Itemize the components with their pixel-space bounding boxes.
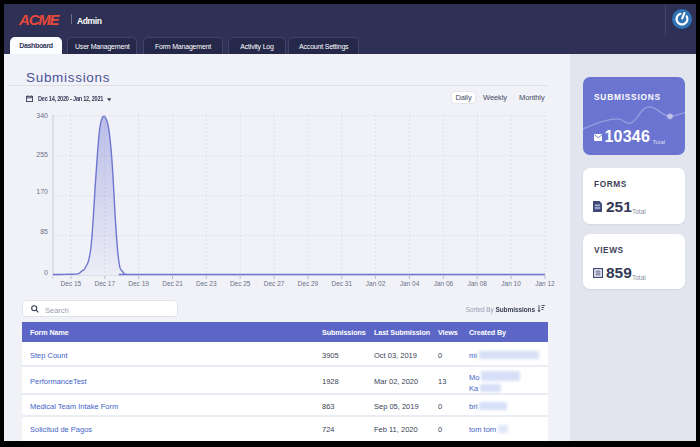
svg-text:Dec 25: Dec 25 <box>230 280 251 287</box>
svg-text:Dec 31: Dec 31 <box>331 280 352 287</box>
svg-text:Jan 04: Jan 04 <box>400 280 420 287</box>
svg-text:Dec 27: Dec 27 <box>264 280 285 287</box>
svg-text:Dec 15: Dec 15 <box>61 280 82 287</box>
svg-text:Jan 10: Jan 10 <box>501 280 521 287</box>
svg-text:Dec 23: Dec 23 <box>196 280 217 287</box>
svg-text:170: 170 <box>36 188 48 195</box>
svg-text:Dec 29: Dec 29 <box>298 280 319 287</box>
svg-text:Jan 08: Jan 08 <box>467 280 487 287</box>
svg-text:340: 340 <box>36 112 48 119</box>
svg-text:Dec 17: Dec 17 <box>94 280 115 287</box>
svg-text:Dec 21: Dec 21 <box>162 280 183 287</box>
svg-text:Dec 19: Dec 19 <box>128 280 149 287</box>
svg-text:Jan 06: Jan 06 <box>434 280 454 287</box>
svg-text:255: 255 <box>36 151 48 158</box>
svg-text:Jan 12: Jan 12 <box>535 280 555 287</box>
svg-text:Jan 02: Jan 02 <box>366 280 386 287</box>
svg-text:0: 0 <box>44 269 48 276</box>
svg-text:85: 85 <box>40 228 48 235</box>
